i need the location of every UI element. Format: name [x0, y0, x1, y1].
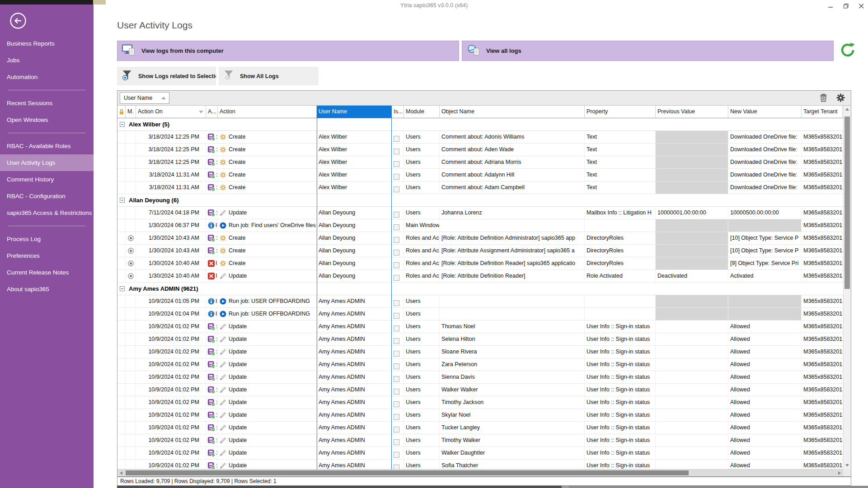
row-checkbox[interactable]	[394, 338, 399, 344]
sidebar-item-business-reports[interactable]: Business Reports	[0, 35, 94, 52]
log-row[interactable]: 10/9/2024 01:02 PM:UpdateAmy Ames ADMINU…	[117, 358, 843, 371]
row-checkbox[interactable]	[394, 186, 399, 192]
scroll-down-arrow[interactable]	[844, 462, 851, 469]
vertical-scrollbar[interactable]	[843, 106, 851, 469]
row-checkbox[interactable]	[394, 250, 399, 256]
log-row[interactable]: 3/18/2024 11:31 AM:CreateAlex WilberUser…	[117, 169, 843, 181]
log-row[interactable]: 10/9/2024 01:02 PM:UpdateAmy Ames ADMINU…	[117, 434, 843, 447]
sidebar-item-comment-history[interactable]: Comment History	[0, 171, 94, 188]
gear-icon[interactable]	[836, 93, 845, 104]
sidebar-item-open-windows[interactable]: Open Windows	[0, 112, 94, 128]
column-header-previous-value[interactable]: Previous Value	[656, 106, 728, 118]
row-checkbox[interactable]	[394, 300, 399, 306]
group-by-chip[interactable]: User Name	[120, 92, 169, 104]
group-collapse-toggle[interactable]	[120, 286, 125, 291]
view-logs-local-button[interactable]: View logs from this computer	[117, 41, 459, 61]
column-header-lock[interactable]	[117, 106, 126, 118]
column-header-module[interactable]: Module	[404, 106, 440, 118]
sidebar-item-current-release-notes[interactable]: Current Release Notes	[0, 264, 94, 281]
scroll-up-arrow[interactable]	[844, 106, 851, 113]
row-checkbox[interactable]	[394, 212, 399, 218]
column-header-a[interactable]: A...	[206, 106, 218, 118]
horizontal-scrollbar-thumb[interactable]	[126, 470, 689, 475]
log-row[interactable]: 10/9/2024 01:05 PMIRun job: USER OFFBOAR…	[117, 295, 843, 308]
horizontal-scrollbar[interactable]	[117, 469, 843, 476]
row-checkbox[interactable]	[394, 275, 399, 281]
column-header-is[interactable]: Is...	[392, 106, 404, 118]
column-header-target-tenant[interactable]: Target Tenant	[802, 106, 843, 118]
log-row[interactable]: 1/30/2024 10:40 AMICreateAllan DeyoungRo…	[117, 257, 843, 270]
restore-button[interactable]	[843, 3, 849, 9]
log-row[interactable]: 10/9/2024 01:02 PM:UpdateAmy Ames ADMINU…	[117, 371, 843, 384]
row-checkbox[interactable]	[394, 262, 399, 268]
log-row[interactable]: 10/9/2024 01:02 PM:UpdateAmy Ames ADMINU…	[117, 333, 843, 346]
sidebar-item-rbac-configuration[interactable]: RBAC - Configuration	[0, 188, 94, 204]
show-logs-related-button[interactable]: Show Logs related to Selection	[117, 67, 216, 85]
row-checkbox[interactable]	[394, 224, 399, 230]
log-row[interactable]: 10/9/2024 01:02 PM:UpdateAmy Ames ADMINU…	[117, 447, 843, 460]
row-checkbox[interactable]	[394, 313, 399, 319]
log-row[interactable]: 10/9/2024 01:02 PM:UpdateAmy Ames ADMINU…	[117, 346, 843, 358]
row-checkbox[interactable]	[394, 452, 399, 458]
row-checkbox[interactable]	[394, 136, 399, 142]
log-row[interactable]: 10/9/2024 01:02 PM:UpdateAmy Ames ADMINU…	[117, 409, 843, 422]
row-checkbox[interactable]	[394, 325, 399, 331]
group-row[interactable]: Allan Deyoung (6)	[117, 194, 843, 207]
trash-icon[interactable]	[820, 93, 827, 104]
minimize-button[interactable]	[827, 3, 834, 9]
column-header-user-name[interactable]: User Name	[317, 106, 392, 118]
log-row[interactable]: 3/18/2024 12:25 PM:CreateAlex WilberUser…	[117, 144, 843, 156]
row-checkbox[interactable]	[394, 237, 399, 243]
row-checkbox[interactable]	[394, 389, 399, 395]
log-row[interactable]: 10/9/2024 01:02 PM:UpdateAmy Ames ADMINU…	[117, 422, 843, 434]
column-header-property[interactable]: Property	[585, 106, 656, 118]
row-checkbox[interactable]	[394, 363, 399, 369]
show-all-logs-button[interactable]: Show All Logs	[219, 67, 319, 85]
column-header-object-name[interactable]: Object Name	[440, 106, 585, 118]
row-checkbox[interactable]	[394, 351, 399, 357]
log-row[interactable]: 10/9/2024 01:02 PM:UpdateAmy Ames ADMINU…	[117, 321, 843, 333]
log-row[interactable]: 1/30/2024 10:43 AM:CreateAllan DeyoungRo…	[117, 245, 843, 257]
log-row[interactable]: 3/18/2024 12:25 PM:CreateAlex WilberUser…	[117, 131, 843, 144]
log-row[interactable]: 3/18/2024 11:31 AM:CreateAlex WilberUser…	[117, 181, 843, 194]
group-collapse-toggle[interactable]	[120, 122, 125, 127]
log-row[interactable]: 10/9/2024 01:02 PM:UpdateAmy Ames ADMINU…	[117, 460, 843, 469]
column-header-new-value[interactable]: New Value	[728, 106, 802, 118]
row-checkbox[interactable]	[394, 174, 399, 180]
log-row[interactable]: 10/9/2024 01:02 PM:UpdateAmy Ames ADMINU…	[117, 384, 843, 396]
column-header-action-on[interactable]: Action On	[136, 106, 206, 118]
log-row[interactable]: 10/9/2024 01:04 PMIRun job: USER OFFBOAR…	[117, 308, 843, 321]
sidebar-item-user-activity-logs[interactable]: User Activity Logs	[0, 154, 94, 171]
log-row[interactable]: 7/11/2024 04:18 PM:UpdateAllan DeyoungUs…	[117, 207, 843, 219]
sidebar-item-preferences[interactable]: Preferences	[0, 247, 94, 264]
sidebar-item-automation[interactable]: Automation	[0, 69, 94, 85]
row-checkbox[interactable]	[394, 161, 399, 167]
sidebar-item-rbac-available-roles[interactable]: RBAC - Available Roles	[0, 138, 94, 154]
log-row[interactable]: 1/30/2024 06:37 PMIRun job: Find users' …	[117, 219, 843, 232]
column-header-m[interactable]: M.	[126, 106, 136, 118]
scroll-left-arrow[interactable]	[117, 469, 125, 476]
group-collapse-toggle[interactable]	[120, 198, 125, 203]
row-checkbox[interactable]	[394, 439, 399, 445]
close-button[interactable]	[858, 3, 864, 9]
row-checkbox[interactable]	[394, 376, 399, 382]
sidebar-item-process-log[interactable]: Process Log	[0, 231, 94, 247]
log-row[interactable]: 10/9/2024 01:02 PM:UpdateAmy Ames ADMINU…	[117, 396, 843, 409]
log-row[interactable]: 1/30/2024 10:43 AM:CreateAllan DeyoungRo…	[117, 232, 843, 245]
column-header-action[interactable]: Action	[218, 106, 317, 118]
row-checkbox[interactable]	[394, 427, 399, 432]
view-all-logs-button[interactable]: View all logs	[462, 41, 834, 61]
log-row[interactable]: 1/30/2024 10:40 AMIUpdateAllan DeyoungRo…	[117, 270, 843, 283]
sidebar-item-sapio365-access-restrictions[interactable]: sapio365 Access & Restrictions	[0, 204, 94, 221]
row-checkbox[interactable]	[394, 414, 399, 420]
group-row[interactable]: Alex Wilber (5)	[117, 118, 843, 131]
scroll-right-arrow[interactable]	[836, 469, 843, 476]
sidebar-item-jobs[interactable]: Jobs	[0, 52, 94, 69]
row-checkbox[interactable]	[394, 149, 399, 154]
group-row[interactable]: Amy Ames ADMIN (9621)	[117, 283, 843, 295]
log-row[interactable]: 3/18/2024 12:25 PM:CreateAlex WilberUser…	[117, 156, 843, 169]
sidebar-item-recent-sessions[interactable]: Recent Sessions	[0, 95, 94, 112]
vertical-scrollbar-thumb[interactable]	[845, 116, 850, 289]
row-checkbox[interactable]	[394, 401, 399, 407]
refresh-icon[interactable]	[839, 42, 857, 60]
